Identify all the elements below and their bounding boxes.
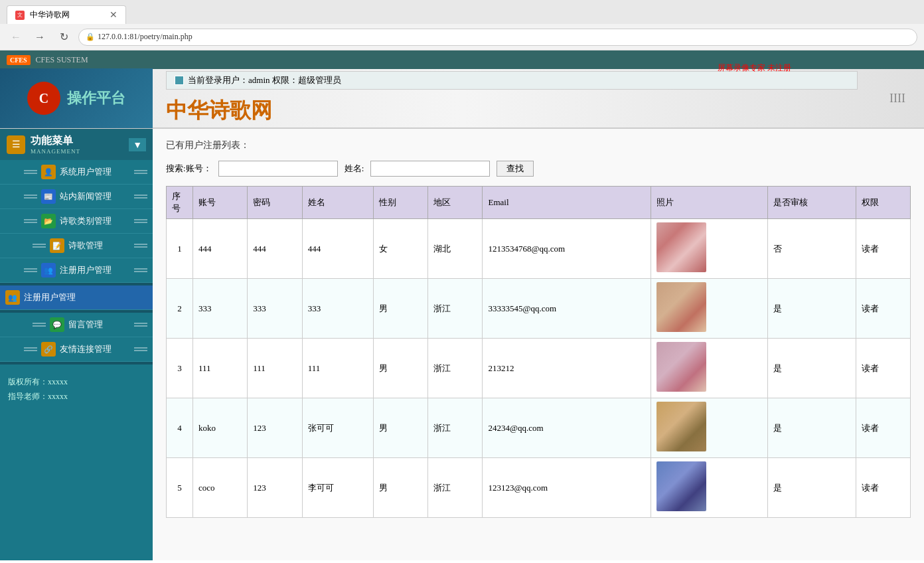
col-account: 账号 bbox=[193, 187, 248, 219]
sidebar: ☰ 功能菜单 MANAGEMENT ▼ 👤 系统用户管理 📰 站内新闻管理 📂 … bbox=[0, 129, 153, 560]
table-row: 2 333 333 333 男 浙江 33333545@qq.com 是 读者 bbox=[167, 279, 911, 339]
cell-account: 444 bbox=[193, 219, 248, 279]
sidebar-item-category[interactable]: 📂 诗歌类别管理 bbox=[0, 209, 153, 234]
stripe-decoration bbox=[24, 195, 37, 199]
sidebar-item-poetry[interactable]: 📝 诗歌管理 bbox=[0, 234, 153, 258]
stripe-decoration-r bbox=[134, 244, 147, 248]
search-account-label: 搜索:账号： bbox=[166, 163, 212, 175]
cell-account: koko bbox=[193, 398, 248, 458]
table-row: 4 koko 123 张可可 男 浙江 24234@qq.com 是 读者 bbox=[167, 398, 911, 458]
address-text: 127.0.0.1:81/poetry/main.php bbox=[98, 32, 193, 42]
cell-email: 213212 bbox=[483, 339, 651, 398]
reg-user-2-icon: 👥 bbox=[5, 290, 20, 305]
page-subtitle: 已有用户注册列表： bbox=[166, 139, 911, 151]
cell-password: 333 bbox=[248, 279, 302, 339]
stripe-decoration bbox=[33, 323, 46, 327]
cell-password: 111 bbox=[248, 339, 302, 398]
browser-toolbar: ← → ↻ 🔒 127.0.0.1:81/poetry/main.php bbox=[0, 24, 924, 50]
search-button[interactable]: 查找 bbox=[497, 161, 534, 177]
cell-seq: 5 bbox=[167, 458, 193, 518]
copyright-text: 版权所有：xxxxx bbox=[8, 375, 145, 390]
sidebar-menu-icon: ☰ bbox=[7, 135, 25, 154]
back-button[interactable]: ← bbox=[7, 28, 25, 46]
current-user-bar: 当前登录用户：admin 权限：超级管理员 bbox=[166, 71, 858, 90]
cell-password: 123 bbox=[248, 398, 302, 458]
sidebar-header: ☰ 功能菜单 MANAGEMENT ▼ bbox=[0, 129, 153, 160]
user-photo bbox=[656, 461, 706, 511]
sidebar-collapse-button[interactable]: ▼ bbox=[129, 138, 146, 151]
search-name-label: 姓名: bbox=[345, 163, 364, 175]
cell-gender: 女 bbox=[373, 219, 427, 279]
cfes-logo: CFES bbox=[7, 55, 31, 65]
address-bar[interactable]: 🔒 127.0.0.1:81/poetry/main.php bbox=[78, 29, 917, 46]
cell-name: 111 bbox=[302, 339, 373, 398]
cell-approved: 是 bbox=[768, 398, 856, 458]
cell-seq: 1 bbox=[167, 219, 193, 279]
cell-approved: 是 bbox=[768, 458, 856, 518]
cell-account: 111 bbox=[193, 339, 248, 398]
sidebar-item-links[interactable]: 🔗 友情连接管理 bbox=[0, 337, 153, 362]
cell-account: 333 bbox=[193, 279, 248, 339]
cell-photo bbox=[651, 339, 768, 398]
cell-email: 24234@qq.com bbox=[483, 398, 651, 458]
search-account-input[interactable] bbox=[218, 161, 338, 177]
search-name-input[interactable] bbox=[370, 161, 490, 177]
app-header: C 操作平台 当前登录用户：admin 权限：超级管理员 中华诗歌网 IIII bbox=[0, 69, 924, 129]
stripe-decoration-r bbox=[134, 170, 147, 174]
cell-seq: 4 bbox=[167, 398, 193, 458]
users-table: 序号 账号 密码 姓名 性别 地区 Email 照片 是否审核 权限 1 444… bbox=[166, 186, 911, 518]
col-region: 地区 bbox=[428, 187, 483, 219]
col-photo: 照片 bbox=[651, 187, 768, 219]
forward-button[interactable]: → bbox=[31, 28, 49, 46]
cell-role: 读者 bbox=[856, 398, 910, 458]
cell-seq: 3 bbox=[167, 339, 193, 398]
app-topbar-name: CFES SUSTEM bbox=[36, 55, 88, 65]
stripe-decoration-r bbox=[134, 347, 147, 351]
header-info: 当前登录用户：admin 权限：超级管理员 中华诗歌网 bbox=[153, 71, 871, 125]
cell-region: 浙江 bbox=[428, 339, 483, 398]
sidebar-item-sys-user[interactable]: 👤 系统用户管理 bbox=[0, 160, 153, 185]
cell-photo bbox=[651, 398, 768, 458]
sidebar-label-poetry: 诗歌管理 bbox=[68, 240, 103, 252]
sidebar-item-reg-user-2[interactable]: 👥 注册用户管理 bbox=[0, 285, 153, 310]
sidebar-subtitle: MANAGEMENT bbox=[31, 148, 80, 155]
app-body: ☰ 功能菜单 MANAGEMENT ▼ 👤 系统用户管理 📰 站内新闻管理 📂 … bbox=[0, 129, 924, 560]
refresh-button[interactable]: ↻ bbox=[54, 28, 73, 46]
sidebar-label-sys-user: 系统用户管理 bbox=[60, 166, 112, 178]
cell-password: 123 bbox=[248, 458, 302, 518]
sidebar-label-message: 留言管理 bbox=[68, 319, 103, 331]
stripe-decoration bbox=[24, 347, 37, 351]
table-header-row: 序号 账号 密码 姓名 性别 地区 Email 照片 是否审核 权限 bbox=[167, 187, 911, 219]
table-row: 5 coco 123 李可可 男 浙江 123123@qq.com 是 读者 bbox=[167, 458, 911, 518]
sidebar-item-reg-user-1[interactable]: 👥 注册用户管理 bbox=[0, 258, 153, 283]
cell-gender: 男 bbox=[373, 398, 427, 458]
sidebar-label-reg-user-2: 注册用户管理 bbox=[24, 291, 76, 303]
stripe-decoration-r bbox=[134, 323, 147, 327]
cell-region: 浙江 bbox=[428, 458, 483, 518]
cell-email: 123123@qq.com bbox=[483, 458, 651, 518]
logo-area: C 操作平台 bbox=[0, 68, 153, 128]
stripe-decoration bbox=[24, 268, 37, 272]
cell-photo bbox=[651, 458, 768, 518]
cell-email: 33333545@qq.com bbox=[483, 279, 651, 339]
poetry-icon: 📝 bbox=[50, 238, 64, 253]
col-password: 密码 bbox=[248, 187, 302, 219]
stripe-decoration-r bbox=[134, 219, 147, 223]
tab-close-button[interactable]: ✕ bbox=[110, 9, 117, 21]
current-user-label: 当前登录用户：admin 权限：超级管理员 bbox=[188, 74, 341, 86]
sidebar-item-message[interactable]: 💬 留言管理 bbox=[0, 313, 153, 337]
cell-photo bbox=[651, 279, 768, 339]
col-seq: 序号 bbox=[167, 187, 193, 219]
cell-approved: 是 bbox=[768, 279, 856, 339]
stripe-decoration-r bbox=[134, 268, 147, 272]
cell-region: 湖北 bbox=[428, 219, 483, 279]
user-bar-icon bbox=[175, 76, 184, 85]
sidebar-label-category: 诗歌类别管理 bbox=[60, 215, 112, 227]
browser-tab[interactable]: 文 中华诗歌网 ✕ bbox=[7, 5, 126, 24]
stripe-decoration bbox=[33, 244, 46, 248]
stripe-decoration bbox=[24, 219, 37, 223]
user-photo bbox=[656, 222, 706, 272]
sidebar-label-reg-user-1: 注册用户管理 bbox=[60, 264, 112, 276]
table-row: 1 444 444 444 女 湖北 1213534768@qq.com 否 读… bbox=[167, 219, 911, 279]
sidebar-item-news[interactable]: 📰 站内新闻管理 bbox=[0, 185, 153, 209]
